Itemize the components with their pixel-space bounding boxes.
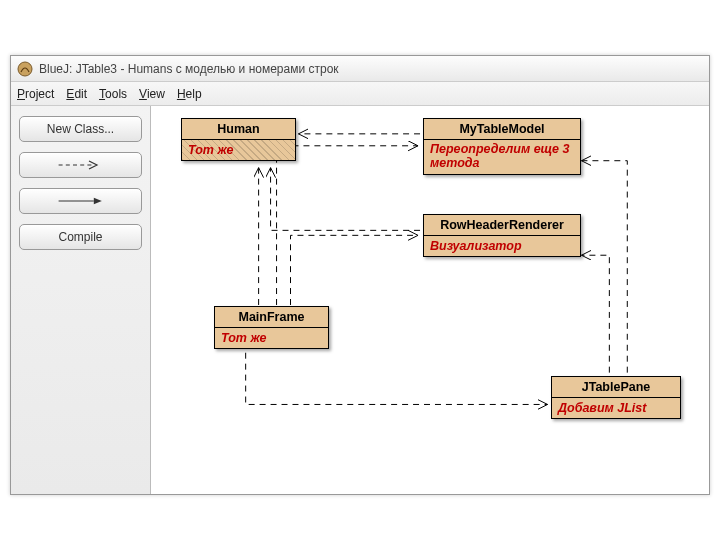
solid-arrow-tool-button[interactable] <box>19 188 142 214</box>
class-mainframe-note: Тот же <box>215 328 328 348</box>
class-rowheaderrenderer-name: RowHeaderRenderer <box>424 215 580 236</box>
class-jtablepane-name: JTablePane <box>552 377 680 398</box>
menu-view[interactable]: View <box>139 87 165 101</box>
menu-bar: Project Edit Tools View Help <box>11 82 709 106</box>
new-class-label: New Class... <box>47 122 114 136</box>
compile-label: Compile <box>58 230 102 244</box>
menu-edit[interactable]: Edit <box>66 87 87 101</box>
class-mytablemodel[interactable]: MyTableModel Переопределим еще 3 метода <box>423 118 581 175</box>
class-human-note: Тот же <box>182 140 295 160</box>
content-area: New Class... Compile <box>11 106 709 494</box>
class-mytablemodel-name: MyTableModel <box>424 119 580 140</box>
compile-button[interactable]: Compile <box>19 224 142 250</box>
menu-help[interactable]: Help <box>177 87 202 101</box>
class-human-name: Human <box>182 119 295 140</box>
class-rowheaderrenderer-note: Визуализатор <box>424 236 580 256</box>
class-jtablepane[interactable]: JTablePane Добавим JList <box>551 376 681 419</box>
class-diagram[interactable]: Human Тот же MyTableModel Переопределим … <box>151 106 709 494</box>
new-class-button[interactable]: New Class... <box>19 116 142 142</box>
svg-marker-3 <box>93 198 101 204</box>
class-rowheaderrenderer[interactable]: RowHeaderRenderer Визуализатор <box>423 214 581 257</box>
sidebar: New Class... Compile <box>11 106 151 494</box>
window-title: BlueJ: JTable3 - Humans с моделью и номе… <box>39 62 339 76</box>
svg-point-0 <box>18 62 32 76</box>
app-icon <box>17 61 33 77</box>
class-jtablepane-note: Добавим JList <box>552 398 680 418</box>
dashed-arrow-icon <box>57 160 105 170</box>
dashed-arrow-tool-button[interactable] <box>19 152 142 178</box>
class-mainframe[interactable]: MainFrame Тот же <box>214 306 329 349</box>
class-mytablemodel-note: Переопределим еще 3 метода <box>424 140 580 174</box>
class-mainframe-name: MainFrame <box>215 307 328 328</box>
solid-arrow-icon <box>57 196 105 206</box>
menu-project[interactable]: Project <box>17 87 54 101</box>
class-human[interactable]: Human Тот же <box>181 118 296 161</box>
menu-tools[interactable]: Tools <box>99 87 127 101</box>
app-window: BlueJ: JTable3 - Humans с моделью и номе… <box>10 55 710 495</box>
title-bar: BlueJ: JTable3 - Humans с моделью и номе… <box>11 56 709 82</box>
